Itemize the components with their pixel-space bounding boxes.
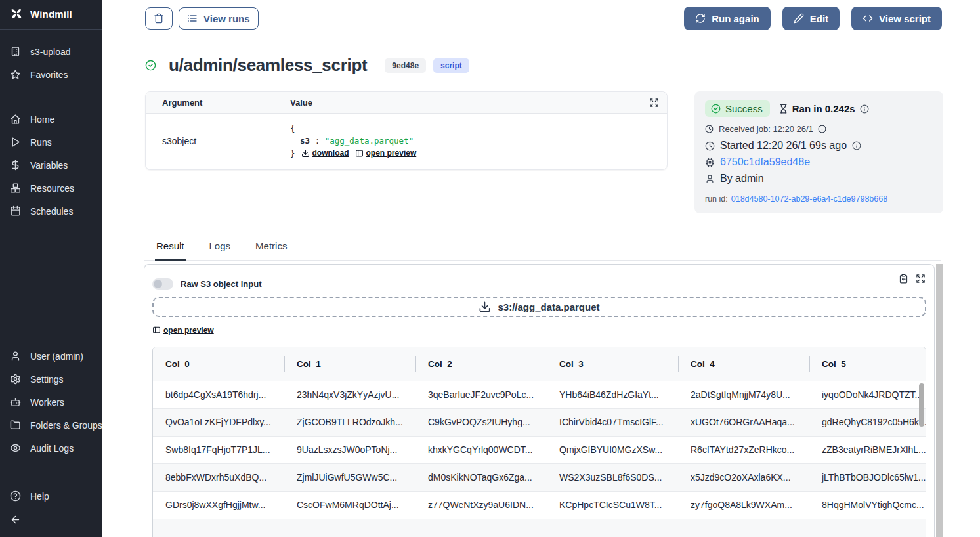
- preview-table: Col_0Col_1Col_2Col_3Col_4Col_5 bt6dp4CgX…: [152, 347, 926, 537]
- windmill-logo-icon: [10, 7, 23, 20]
- sidebar-item-home[interactable]: Home: [0, 108, 102, 131]
- user-icon: [705, 174, 715, 184]
- help-icon: [10, 490, 21, 502]
- argument-column-header: Argument: [146, 98, 290, 108]
- tab-logs[interactable]: Logs: [208, 238, 232, 260]
- sidebar-item-s3-upload[interactable]: s3-upload: [0, 40, 102, 63]
- star-icon: [10, 69, 21, 80]
- script-hash-badge[interactable]: 9ed48e: [385, 58, 426, 73]
- panel-icon: [152, 326, 161, 334]
- building-icon: [10, 46, 21, 57]
- value-column-header: Value: [290, 98, 649, 108]
- table-cell: CscOFwM6MRqDOttAj...: [284, 492, 415, 519]
- worker-id-link[interactable]: 6750c1dfa59ed48e: [720, 156, 810, 168]
- download-link[interactable]: download: [301, 147, 349, 160]
- table-cell: IChirVbid4c07TmscIGlF...: [547, 409, 678, 436]
- table-cell: gdReQhyC8192c05H6k...: [809, 409, 926, 436]
- info-icon[interactable]: [852, 141, 861, 150]
- table-cell: dM0sKikNOTaqGx6Zga...: [415, 464, 547, 491]
- table-cell: iyqoODoNk4JRDQTZT...: [809, 381, 926, 408]
- sidebar-item-workers[interactable]: Workers: [0, 391, 102, 414]
- result-tabs: ResultLogsMetrics: [144, 238, 941, 261]
- expand-result-icon[interactable]: [916, 274, 926, 284]
- delete-button[interactable]: [145, 7, 173, 30]
- sidebar-item-audit-logs[interactable]: Audit Logs: [0, 437, 102, 460]
- json-colon: :: [315, 136, 320, 146]
- sidebar-workspace-group: s3-uploadFavorites: [0, 30, 102, 97]
- table-row: QvOa1oLzKFjYDFPdlxy...ZjGCOB9TLLROdzoJkh…: [153, 409, 926, 437]
- pencil-icon: [794, 13, 804, 24]
- open-preview-label: open preview: [366, 147, 417, 160]
- sidebar-item-label: Home: [30, 114, 54, 125]
- result-panel: Raw S3 object input s3://agg_data.parque…: [144, 264, 935, 537]
- sidebar-item-variables[interactable]: Variables: [0, 154, 102, 177]
- sidebar-item-resources[interactable]: Resources: [0, 177, 102, 200]
- column-header-col-2: Col_2: [415, 347, 547, 381]
- windmill-brand[interactable]: Windmill: [0, 0, 102, 29]
- sidebar-bottom-group: User (admin)SettingsWorkersFolders & Gro…: [0, 339, 102, 460]
- column-header-col-3: Col_3: [547, 347, 678, 381]
- raw-s3-toggle-row: Raw S3 object input: [152, 278, 934, 290]
- run-id-link[interactable]: 018d4580-1072-ab29-e6a4-c1de9798b668: [731, 194, 887, 204]
- received-job-text: Received job: 12:20 26/1: [719, 124, 813, 134]
- info-icon[interactable]: [860, 104, 869, 114]
- sidebar-item-label: Schedules: [30, 206, 73, 217]
- table-cell: 23hN4qxV3jZkYyAzjvU...: [284, 381, 415, 408]
- run-again-button[interactable]: Run again: [684, 7, 771, 30]
- status-row: Success Ran in 0.242s: [705, 100, 933, 117]
- status-badge: Success: [705, 100, 770, 117]
- raw-s3-toggle[interactable]: [152, 278, 173, 290]
- brand-label: Windmill: [30, 9, 72, 20]
- open-preview-link[interactable]: open preview: [152, 326, 214, 335]
- table-cell: bt6dp4CgXsA19T6hdrj...: [153, 381, 284, 408]
- list-icon: [187, 13, 198, 24]
- sidebar-item-help[interactable]: Help: [0, 484, 102, 507]
- sidebar-item-folders-groups[interactable]: Folders & Groups: [0, 414, 102, 437]
- info-icon[interactable]: [818, 125, 826, 133]
- sidebar-item-label: User (admin): [30, 351, 83, 362]
- table-cell: ZjmlJUiGwfU5GWw5C...: [284, 464, 415, 491]
- result-scrollbar-thumb[interactable]: [936, 264, 943, 537]
- collapse-sidebar-button[interactable]: [0, 507, 102, 537]
- s3-uri: s3://agg_data.parquet: [498, 301, 599, 312]
- run-status-card: Success Ran in 0.242s Received job: 12:2…: [694, 91, 943, 213]
- sidebar-item-label: Audit Logs: [30, 443, 74, 454]
- copy-clipboard-icon[interactable]: [899, 274, 908, 284]
- open-preview-link[interactable]: open preview: [355, 147, 417, 160]
- json-close-brace: }: [290, 147, 295, 160]
- calendar-icon: [10, 205, 21, 217]
- started-text: Started 12:20 26/1 69s ago: [720, 140, 847, 152]
- sidebar-item-label: Favorites: [30, 70, 68, 80]
- run-id-label: run id:: [705, 194, 728, 204]
- table-cell: 8ebbFxWDxrh5uXdBQ...: [153, 464, 284, 491]
- sidebar-item-schedules[interactable]: Schedules: [0, 200, 102, 223]
- table-cell: GDrs0j8wXXgfHgjjMtw...: [153, 492, 284, 519]
- tab-result[interactable]: Result: [155, 238, 186, 261]
- sidebar-item-user-admin[interactable]: User (admin): [0, 345, 102, 368]
- toolbar-left: View runs: [145, 7, 259, 30]
- result-scrollbar-track[interactable]: [936, 264, 943, 537]
- main-content: View runs Run again Edit View script u/a…: [102, 0, 980, 537]
- table-cell: xUGOt76ORGrAAHaqa...: [678, 409, 809, 436]
- arguments-card: Argument Value s3object { s3 : "agg_data…: [145, 91, 668, 170]
- check-circle-icon: [711, 104, 721, 114]
- sidebar-item-favorites[interactable]: Favorites: [0, 63, 102, 86]
- table-cell: zy7fgoQ8A8Lk9WXAm...: [678, 492, 809, 519]
- sidebar-item-runs[interactable]: Runs: [0, 131, 102, 154]
- table-scrollbar-thumb[interactable]: [919, 383, 924, 427]
- boxes-icon: [10, 183, 21, 194]
- column-header-col-5: Col_5: [809, 347, 926, 381]
- view-runs-button[interactable]: View runs: [179, 7, 259, 30]
- tab-metrics[interactable]: Metrics: [254, 238, 288, 260]
- sidebar-item-settings[interactable]: Settings: [0, 368, 102, 391]
- s3-download-dropzone[interactable]: s3://agg_data.parquet: [152, 297, 926, 317]
- table-cell: QmjxGfBYUI0MGzXSw...: [547, 437, 678, 463]
- worker-row: 6750c1dfa59ed48e: [705, 156, 933, 168]
- expand-args-icon[interactable]: [649, 98, 659, 108]
- by-row: By admin: [705, 173, 933, 184]
- sidebar: Windmill s3-uploadFavorites HomeRunsVari…: [0, 0, 102, 537]
- json-open-brace: {: [290, 122, 416, 135]
- play-icon: [10, 137, 21, 148]
- edit-button[interactable]: Edit: [782, 7, 840, 30]
- view-script-button[interactable]: View script: [851, 7, 942, 30]
